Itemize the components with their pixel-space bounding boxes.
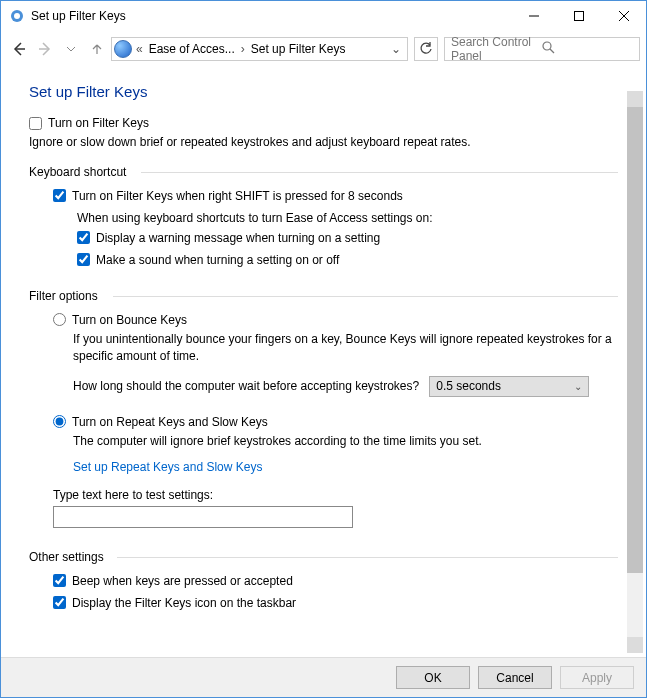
svg-point-1 (14, 13, 20, 19)
right-shift-checkbox[interactable]: Turn on Filter Keys when right SHIFT is … (53, 189, 618, 203)
warning-input[interactable] (77, 231, 90, 244)
right-shift-input[interactable] (53, 189, 66, 202)
beep-label: Beep when keys are pressed or accepted (72, 574, 293, 588)
close-button[interactable] (601, 1, 646, 31)
bounce-wait-value: 0.5 seconds (436, 379, 501, 393)
scrollbar-thumb[interactable] (627, 107, 643, 573)
app-icon (9, 8, 25, 24)
control-panel-icon (114, 40, 132, 58)
test-input-label: Type text here to test settings: (53, 488, 618, 502)
turn-on-filter-keys-label: Turn on Filter Keys (48, 116, 149, 130)
bounce-keys-input[interactable] (53, 313, 66, 326)
svg-line-9 (550, 49, 554, 53)
filter-keys-description: Ignore or slow down brief or repeated ke… (29, 134, 618, 151)
repeat-keys-radio[interactable]: Turn on Repeat Keys and Slow Keys (53, 415, 618, 429)
bounce-keys-radio[interactable]: Turn on Bounce Keys (53, 313, 618, 327)
ok-button[interactable]: OK (396, 666, 470, 689)
vertical-scrollbar[interactable] (627, 91, 643, 653)
bounce-keys-label: Turn on Bounce Keys (72, 313, 187, 327)
forward-button[interactable] (33, 37, 57, 61)
search-placeholder: Search Control Panel (451, 35, 542, 63)
warning-checkbox[interactable]: Display a warning message when turning o… (77, 231, 618, 245)
setup-repeat-slow-link[interactable]: Set up Repeat Keys and Slow Keys (73, 460, 262, 474)
repeat-keys-label: Turn on Repeat Keys and Slow Keys (72, 415, 268, 429)
breadcrumb-item[interactable]: Ease of Acces... (147, 42, 237, 56)
turn-on-filter-keys-input[interactable] (29, 117, 42, 130)
page-title: Set up Filter Keys (29, 83, 618, 100)
test-input[interactable] (53, 506, 353, 528)
taskbar-icon-input[interactable] (53, 596, 66, 609)
sound-label: Make a sound when turning a setting on o… (96, 253, 339, 267)
sound-checkbox[interactable]: Make a sound when turning a setting on o… (77, 253, 618, 267)
svg-rect-3 (574, 12, 583, 21)
beep-checkbox[interactable]: Beep when keys are pressed or accepted (53, 574, 618, 588)
section-filter-options: Filter options (29, 289, 618, 303)
beep-input[interactable] (53, 574, 66, 587)
sound-input[interactable] (77, 253, 90, 266)
when-using-text: When using keyboard shortcuts to turn Ea… (77, 211, 618, 225)
back-button[interactable] (7, 37, 31, 61)
apply-button[interactable]: Apply (560, 666, 634, 689)
minimize-button[interactable] (511, 1, 556, 31)
search-input[interactable]: Search Control Panel (444, 37, 640, 61)
bounce-keys-help: If you unintentionally bounce your finge… (73, 331, 618, 366)
refresh-button[interactable] (414, 37, 438, 61)
warning-label: Display a warning message when turning o… (96, 231, 380, 245)
search-icon (542, 41, 633, 57)
wait-question: How long should the computer wait before… (73, 379, 419, 393)
maximize-button[interactable] (556, 1, 601, 31)
window-title: Set up Filter Keys (31, 9, 126, 23)
up-button[interactable] (85, 37, 109, 61)
breadcrumb-item[interactable]: Set up Filter Keys (249, 42, 348, 56)
section-other-settings: Other settings (29, 550, 618, 564)
bounce-wait-combo[interactable]: 0.5 seconds ⌄ (429, 376, 589, 397)
taskbar-icon-checkbox[interactable]: Display the Filter Keys icon on the task… (53, 596, 618, 610)
svg-point-8 (543, 42, 551, 50)
repeat-keys-help: The computer will ignore brief keystroke… (73, 433, 618, 450)
breadcrumb[interactable]: « Ease of Acces... › Set up Filter Keys … (111, 37, 408, 61)
taskbar-icon-label: Display the Filter Keys icon on the task… (72, 596, 296, 610)
breadcrumb-sep: « (134, 42, 145, 56)
breadcrumb-dropdown-icon[interactable]: ⌄ (387, 42, 405, 56)
section-keyboard-shortcut: Keyboard shortcut (29, 165, 618, 179)
repeat-keys-input[interactable] (53, 415, 66, 428)
chevron-down-icon: ⌄ (574, 381, 582, 392)
chevron-right-icon: › (239, 42, 247, 56)
right-shift-label: Turn on Filter Keys when right SHIFT is … (72, 189, 403, 203)
turn-on-filter-keys-checkbox[interactable]: Turn on Filter Keys (29, 116, 618, 130)
cancel-button[interactable]: Cancel (478, 666, 552, 689)
recent-dropdown[interactable] (59, 37, 83, 61)
